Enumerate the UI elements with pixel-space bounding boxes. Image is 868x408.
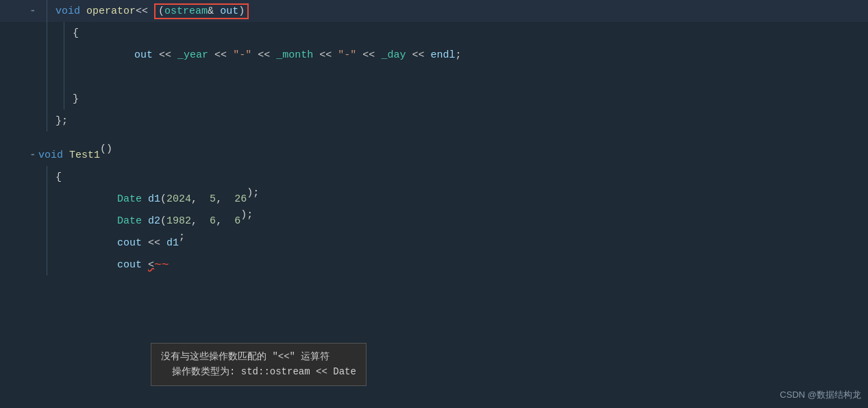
code-line-3: out << _year << "-" << _month << "-" << …	[0, 44, 868, 66]
indent-guide	[47, 0, 47, 22]
indent-guide	[47, 44, 47, 66]
fold-spacer-5	[27, 93, 38, 105]
code-editor: ⁃ void operator<< (ostream& out) { out <…	[0, 0, 868, 408]
fold-spacer-2	[27, 27, 38, 39]
line-content-4	[38, 66, 868, 88]
line-content-7: void Test1()	[38, 143, 868, 167]
code-line-7: ⁃ void Test1()	[0, 144, 868, 166]
fold-spacer-8	[27, 171, 38, 183]
indent-guide	[64, 88, 64, 110]
tooltip-line2: 操作数类型为: std::ostream << Date	[161, 364, 356, 379]
fold-spacer-3	[27, 49, 38, 61]
fold-spacer-12	[27, 259, 38, 271]
indent-guide	[47, 254, 47, 276]
indent-guide	[64, 66, 64, 88]
code-line-6: };	[0, 110, 868, 132]
fold-icon-1[interactable]: ⁃	[27, 5, 38, 18]
indent-guide	[47, 110, 47, 132]
watermark-text: CSDN @数据结构龙	[780, 389, 861, 400]
fold-spacer-11	[27, 237, 38, 249]
code-line-1: ⁃ void operator<< (ostream& out)	[0, 0, 868, 22]
line-content-12: cout < ~~	[38, 248, 868, 283]
fold-spacer-6	[27, 115, 38, 127]
tooltip-line1: 没有与这些操作数匹配的 "<<" 运算符	[161, 349, 356, 364]
fold-spacer-9	[27, 193, 38, 205]
fold-icon-7[interactable]: ⁃	[27, 149, 38, 162]
watermark: CSDN @数据结构龙	[780, 389, 861, 401]
indent-guide	[47, 66, 47, 88]
code-line-4	[0, 66, 868, 88]
fold-spacer-4	[27, 71, 38, 83]
error-tooltip: 没有与这些操作数匹配的 "<<" 运算符 操作数类型为: std::ostrea…	[151, 343, 367, 386]
line-content-6: };	[38, 110, 868, 132]
line-content-5: }	[38, 88, 868, 110]
code-line-12: cout < ~~	[0, 254, 868, 276]
code-line-5: }	[0, 88, 868, 110]
indent-guide	[64, 44, 64, 66]
fold-spacer-10	[27, 215, 38, 227]
line-content-1: void operator<< (ostream& out)	[38, 0, 868, 22]
code-separator	[0, 132, 868, 144]
indent-guide	[47, 88, 47, 110]
